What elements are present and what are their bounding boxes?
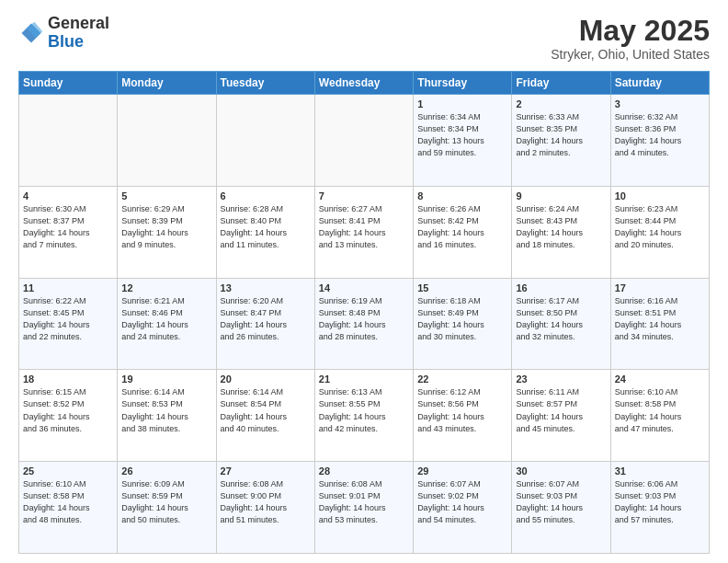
day-cell-4-2: 27Sunrise: 6:08 AM Sunset: 9:00 PM Dayli… — [216, 462, 314, 554]
calendar-header-row: Sunday Monday Tuesday Wednesday Thursday… — [19, 72, 710, 95]
day-info: Sunrise: 6:09 AM Sunset: 8:59 PM Dayligh… — [121, 478, 211, 526]
day-number: 6 — [221, 190, 311, 201]
day-info: Sunrise: 6:34 AM Sunset: 8:34 PM Dayligh… — [417, 111, 507, 159]
day-cell-3-4: 22Sunrise: 6:12 AM Sunset: 8:56 PM Dayli… — [414, 370, 512, 462]
day-info: Sunrise: 6:06 AM Sunset: 9:03 PM Dayligh… — [615, 478, 705, 526]
day-cell-3-6: 24Sunrise: 6:10 AM Sunset: 8:58 PM Dayli… — [610, 370, 709, 462]
day-number: 3 — [615, 98, 705, 109]
day-info: Sunrise: 6:33 AM Sunset: 8:35 PM Dayligh… — [516, 111, 606, 159]
day-number: 17 — [615, 282, 705, 293]
day-number: 18 — [23, 373, 113, 385]
day-info: Sunrise: 6:16 AM Sunset: 8:51 PM Dayligh… — [615, 295, 705, 343]
week-row-1: 1Sunrise: 6:34 AM Sunset: 8:34 PM Daylig… — [19, 95, 710, 187]
day-number: 26 — [121, 465, 211, 477]
day-cell-1-0: 4Sunrise: 6:30 AM Sunset: 8:37 PM Daylig… — [19, 186, 118, 278]
day-info: Sunrise: 6:07 AM Sunset: 9:03 PM Dayligh… — [516, 478, 606, 526]
day-number: 9 — [516, 190, 606, 201]
day-info: Sunrise: 6:20 AM Sunset: 8:47 PM Dayligh… — [221, 295, 311, 343]
day-info: Sunrise: 6:07 AM Sunset: 9:02 PM Dayligh… — [417, 478, 507, 526]
logo: General Blue — [18, 15, 109, 52]
day-number: 16 — [516, 282, 606, 293]
header: General Blue May 2025 Stryker, Ohio, Uni… — [18, 15, 710, 62]
day-info: Sunrise: 6:12 AM Sunset: 8:56 PM Dayligh… — [417, 386, 507, 434]
day-number: 21 — [319, 373, 409, 385]
day-number: 5 — [121, 190, 211, 201]
logo-text: General Blue — [48, 15, 109, 52]
day-cell-1-2: 6Sunrise: 6:28 AM Sunset: 8:40 PM Daylig… — [216, 186, 314, 278]
day-number: 4 — [23, 190, 113, 201]
page: General Blue May 2025 Stryker, Ohio, Uni… — [0, 0, 728, 563]
day-info: Sunrise: 6:28 AM Sunset: 8:40 PM Dayligh… — [221, 203, 311, 251]
day-cell-2-1: 12Sunrise: 6:21 AM Sunset: 8:46 PM Dayli… — [118, 278, 216, 370]
day-number: 12 — [121, 282, 211, 293]
col-wednesday: Wednesday — [314, 72, 413, 95]
day-number: 29 — [417, 465, 507, 477]
day-number: 10 — [615, 190, 705, 201]
logo-general-text: General — [48, 14, 109, 32]
day-cell-4-0: 25Sunrise: 6:10 AM Sunset: 8:58 PM Dayli… — [19, 462, 118, 554]
day-cell-4-6: 31Sunrise: 6:06 AM Sunset: 9:03 PM Dayli… — [610, 462, 709, 554]
week-row-2: 4Sunrise: 6:30 AM Sunset: 8:37 PM Daylig… — [19, 186, 710, 278]
day-number: 20 — [221, 373, 311, 385]
day-cell-2-4: 15Sunrise: 6:18 AM Sunset: 8:49 PM Dayli… — [414, 278, 512, 370]
col-friday: Friday — [512, 72, 610, 95]
col-monday: Monday — [118, 72, 216, 95]
day-number: 24 — [615, 373, 705, 385]
main-title: May 2025 — [551, 15, 710, 47]
day-number: 11 — [23, 282, 113, 293]
day-info: Sunrise: 6:22 AM Sunset: 8:45 PM Dayligh… — [23, 295, 113, 343]
day-number: 25 — [23, 465, 113, 477]
week-row-5: 25Sunrise: 6:10 AM Sunset: 8:58 PM Dayli… — [19, 462, 710, 554]
col-thursday: Thursday — [414, 72, 512, 95]
day-cell-1-1: 5Sunrise: 6:29 AM Sunset: 8:39 PM Daylig… — [118, 186, 216, 278]
day-number: 14 — [319, 282, 409, 293]
day-number: 28 — [319, 465, 409, 477]
day-cell-0-2 — [216, 95, 314, 187]
day-info: Sunrise: 6:18 AM Sunset: 8:49 PM Dayligh… — [417, 295, 507, 343]
day-info: Sunrise: 6:08 AM Sunset: 9:01 PM Dayligh… — [319, 478, 409, 526]
calendar-table: Sunday Monday Tuesday Wednesday Thursday… — [18, 71, 710, 554]
day-cell-2-2: 13Sunrise: 6:20 AM Sunset: 8:47 PM Dayli… — [216, 278, 314, 370]
day-cell-4-3: 28Sunrise: 6:08 AM Sunset: 9:01 PM Dayli… — [314, 462, 413, 554]
day-cell-1-4: 8Sunrise: 6:26 AM Sunset: 8:42 PM Daylig… — [414, 186, 512, 278]
day-cell-1-3: 7Sunrise: 6:27 AM Sunset: 8:41 PM Daylig… — [314, 186, 413, 278]
day-number: 13 — [221, 282, 311, 293]
logo-icon — [18, 20, 44, 46]
title-block: May 2025 Stryker, Ohio, United States — [551, 15, 710, 62]
col-tuesday: Tuesday — [216, 72, 314, 95]
day-cell-0-3 — [314, 95, 413, 187]
day-info: Sunrise: 6:17 AM Sunset: 8:50 PM Dayligh… — [516, 295, 606, 343]
col-sunday: Sunday — [19, 72, 118, 95]
day-info: Sunrise: 6:32 AM Sunset: 8:36 PM Dayligh… — [615, 111, 705, 159]
day-number: 7 — [319, 190, 409, 201]
day-cell-4-1: 26Sunrise: 6:09 AM Sunset: 8:59 PM Dayli… — [118, 462, 216, 554]
day-number: 15 — [417, 282, 507, 293]
day-cell-3-2: 20Sunrise: 6:14 AM Sunset: 8:54 PM Dayli… — [216, 370, 314, 462]
day-info: Sunrise: 6:23 AM Sunset: 8:44 PM Dayligh… — [615, 203, 705, 251]
day-cell-2-0: 11Sunrise: 6:22 AM Sunset: 8:45 PM Dayli… — [19, 278, 118, 370]
day-info: Sunrise: 6:11 AM Sunset: 8:57 PM Dayligh… — [516, 386, 606, 434]
day-cell-1-5: 9Sunrise: 6:24 AM Sunset: 8:43 PM Daylig… — [512, 186, 610, 278]
day-number: 1 — [417, 98, 507, 109]
day-number: 8 — [417, 190, 507, 201]
day-info: Sunrise: 6:08 AM Sunset: 9:00 PM Dayligh… — [221, 478, 311, 526]
day-cell-0-4: 1Sunrise: 6:34 AM Sunset: 8:34 PM Daylig… — [414, 95, 512, 187]
day-cell-3-5: 23Sunrise: 6:11 AM Sunset: 8:57 PM Dayli… — [512, 370, 610, 462]
day-cell-2-6: 17Sunrise: 6:16 AM Sunset: 8:51 PM Dayli… — [610, 278, 709, 370]
day-info: Sunrise: 6:14 AM Sunset: 8:53 PM Dayligh… — [121, 386, 211, 434]
day-cell-3-3: 21Sunrise: 6:13 AM Sunset: 8:55 PM Dayli… — [314, 370, 413, 462]
day-info: Sunrise: 6:21 AM Sunset: 8:46 PM Dayligh… — [121, 295, 211, 343]
day-number: 27 — [221, 465, 311, 477]
day-info: Sunrise: 6:13 AM Sunset: 8:55 PM Dayligh… — [319, 386, 409, 434]
day-cell-0-6: 3Sunrise: 6:32 AM Sunset: 8:36 PM Daylig… — [610, 95, 709, 187]
day-info: Sunrise: 6:26 AM Sunset: 8:42 PM Dayligh… — [417, 203, 507, 251]
day-info: Sunrise: 6:24 AM Sunset: 8:43 PM Dayligh… — [516, 203, 606, 251]
day-cell-2-3: 14Sunrise: 6:19 AM Sunset: 8:48 PM Dayli… — [314, 278, 413, 370]
day-info: Sunrise: 6:29 AM Sunset: 8:39 PM Dayligh… — [121, 203, 211, 251]
day-cell-4-4: 29Sunrise: 6:07 AM Sunset: 9:02 PM Dayli… — [414, 462, 512, 554]
subtitle: Stryker, Ohio, United States — [551, 47, 710, 62]
day-number: 23 — [516, 373, 606, 385]
day-info: Sunrise: 6:19 AM Sunset: 8:48 PM Dayligh… — [319, 295, 409, 343]
day-number: 19 — [121, 373, 211, 385]
day-number: 31 — [615, 465, 705, 477]
